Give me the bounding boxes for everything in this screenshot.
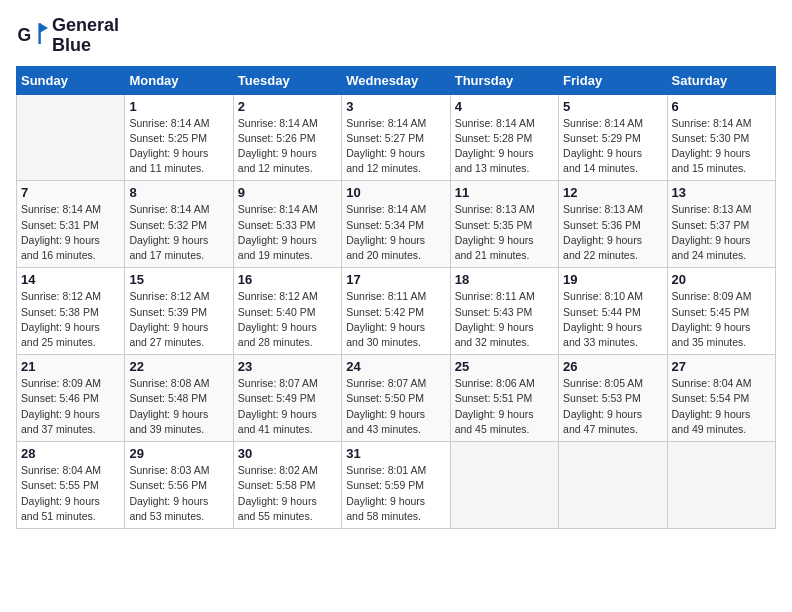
calendar-week-row: 1Sunrise: 8:14 AM Sunset: 5:25 PM Daylig… — [17, 94, 776, 181]
svg-rect-3 — [38, 23, 40, 44]
header: G General Blue — [16, 16, 776, 56]
day-info: Sunrise: 8:06 AM Sunset: 5:51 PM Dayligh… — [455, 376, 554, 437]
day-info: Sunrise: 8:13 AM Sunset: 5:35 PM Dayligh… — [455, 202, 554, 263]
calendar-cell: 29Sunrise: 8:03 AM Sunset: 5:56 PM Dayli… — [125, 442, 233, 529]
calendar-cell: 25Sunrise: 8:06 AM Sunset: 5:51 PM Dayli… — [450, 355, 558, 442]
day-number: 8 — [129, 185, 228, 200]
calendar-cell: 2Sunrise: 8:14 AM Sunset: 5:26 PM Daylig… — [233, 94, 341, 181]
day-number: 15 — [129, 272, 228, 287]
day-info: Sunrise: 8:04 AM Sunset: 5:54 PM Dayligh… — [672, 376, 771, 437]
logo: G General Blue — [16, 16, 119, 56]
calendar-body: 1Sunrise: 8:14 AM Sunset: 5:25 PM Daylig… — [17, 94, 776, 528]
day-info: Sunrise: 8:14 AM Sunset: 5:29 PM Dayligh… — [563, 116, 662, 177]
header-row: SundayMondayTuesdayWednesdayThursdayFrid… — [17, 66, 776, 94]
day-number: 27 — [672, 359, 771, 374]
calendar-cell — [17, 94, 125, 181]
weekday-header: Thursday — [450, 66, 558, 94]
day-number: 13 — [672, 185, 771, 200]
day-number: 1 — [129, 99, 228, 114]
calendar-cell: 11Sunrise: 8:13 AM Sunset: 5:35 PM Dayli… — [450, 181, 558, 268]
day-number: 30 — [238, 446, 337, 461]
day-info: Sunrise: 8:14 AM Sunset: 5:34 PM Dayligh… — [346, 202, 445, 263]
day-info: Sunrise: 8:14 AM Sunset: 5:31 PM Dayligh… — [21, 202, 120, 263]
day-number: 10 — [346, 185, 445, 200]
calendar-cell: 20Sunrise: 8:09 AM Sunset: 5:45 PM Dayli… — [667, 268, 775, 355]
calendar-cell: 30Sunrise: 8:02 AM Sunset: 5:58 PM Dayli… — [233, 442, 341, 529]
day-number: 9 — [238, 185, 337, 200]
calendar-cell — [667, 442, 775, 529]
day-number: 11 — [455, 185, 554, 200]
day-number: 2 — [238, 99, 337, 114]
calendar-cell: 3Sunrise: 8:14 AM Sunset: 5:27 PM Daylig… — [342, 94, 450, 181]
day-info: Sunrise: 8:05 AM Sunset: 5:53 PM Dayligh… — [563, 376, 662, 437]
calendar-cell: 10Sunrise: 8:14 AM Sunset: 5:34 PM Dayli… — [342, 181, 450, 268]
day-info: Sunrise: 8:10 AM Sunset: 5:44 PM Dayligh… — [563, 289, 662, 350]
day-info: Sunrise: 8:14 AM Sunset: 5:30 PM Dayligh… — [672, 116, 771, 177]
day-number: 12 — [563, 185, 662, 200]
calendar-cell: 13Sunrise: 8:13 AM Sunset: 5:37 PM Dayli… — [667, 181, 775, 268]
day-number: 31 — [346, 446, 445, 461]
calendar-cell: 19Sunrise: 8:10 AM Sunset: 5:44 PM Dayli… — [559, 268, 667, 355]
calendar-cell — [559, 442, 667, 529]
weekday-header: Sunday — [17, 66, 125, 94]
day-number: 22 — [129, 359, 228, 374]
day-info: Sunrise: 8:14 AM Sunset: 5:32 PM Dayligh… — [129, 202, 228, 263]
day-number: 29 — [129, 446, 228, 461]
day-info: Sunrise: 8:01 AM Sunset: 5:59 PM Dayligh… — [346, 463, 445, 524]
logo-icon: G — [16, 20, 48, 52]
day-info: Sunrise: 8:07 AM Sunset: 5:49 PM Dayligh… — [238, 376, 337, 437]
day-info: Sunrise: 8:14 AM Sunset: 5:26 PM Dayligh… — [238, 116, 337, 177]
calendar-cell — [450, 442, 558, 529]
calendar-cell: 27Sunrise: 8:04 AM Sunset: 5:54 PM Dayli… — [667, 355, 775, 442]
calendar-cell: 15Sunrise: 8:12 AM Sunset: 5:39 PM Dayli… — [125, 268, 233, 355]
day-number: 18 — [455, 272, 554, 287]
day-number: 24 — [346, 359, 445, 374]
day-number: 7 — [21, 185, 120, 200]
svg-text:G: G — [18, 25, 32, 45]
day-number: 5 — [563, 99, 662, 114]
calendar-cell: 28Sunrise: 8:04 AM Sunset: 5:55 PM Dayli… — [17, 442, 125, 529]
day-info: Sunrise: 8:03 AM Sunset: 5:56 PM Dayligh… — [129, 463, 228, 524]
day-number: 4 — [455, 99, 554, 114]
calendar-cell: 17Sunrise: 8:11 AM Sunset: 5:42 PM Dayli… — [342, 268, 450, 355]
day-info: Sunrise: 8:07 AM Sunset: 5:50 PM Dayligh… — [346, 376, 445, 437]
calendar-cell: 14Sunrise: 8:12 AM Sunset: 5:38 PM Dayli… — [17, 268, 125, 355]
day-info: Sunrise: 8:12 AM Sunset: 5:40 PM Dayligh… — [238, 289, 337, 350]
day-number: 6 — [672, 99, 771, 114]
calendar-cell: 7Sunrise: 8:14 AM Sunset: 5:31 PM Daylig… — [17, 181, 125, 268]
day-number: 3 — [346, 99, 445, 114]
calendar-cell: 24Sunrise: 8:07 AM Sunset: 5:50 PM Dayli… — [342, 355, 450, 442]
calendar-week-row: 14Sunrise: 8:12 AM Sunset: 5:38 PM Dayli… — [17, 268, 776, 355]
weekday-header: Monday — [125, 66, 233, 94]
day-info: Sunrise: 8:14 AM Sunset: 5:27 PM Dayligh… — [346, 116, 445, 177]
day-info: Sunrise: 8:02 AM Sunset: 5:58 PM Dayligh… — [238, 463, 337, 524]
day-number: 19 — [563, 272, 662, 287]
day-info: Sunrise: 8:11 AM Sunset: 5:43 PM Dayligh… — [455, 289, 554, 350]
calendar-cell: 22Sunrise: 8:08 AM Sunset: 5:48 PM Dayli… — [125, 355, 233, 442]
day-info: Sunrise: 8:14 AM Sunset: 5:28 PM Dayligh… — [455, 116, 554, 177]
day-number: 16 — [238, 272, 337, 287]
day-info: Sunrise: 8:13 AM Sunset: 5:36 PM Dayligh… — [563, 202, 662, 263]
calendar-cell: 12Sunrise: 8:13 AM Sunset: 5:36 PM Dayli… — [559, 181, 667, 268]
day-info: Sunrise: 8:04 AM Sunset: 5:55 PM Dayligh… — [21, 463, 120, 524]
day-number: 23 — [238, 359, 337, 374]
weekday-header: Tuesday — [233, 66, 341, 94]
day-info: Sunrise: 8:13 AM Sunset: 5:37 PM Dayligh… — [672, 202, 771, 263]
day-info: Sunrise: 8:12 AM Sunset: 5:39 PM Dayligh… — [129, 289, 228, 350]
calendar-cell: 4Sunrise: 8:14 AM Sunset: 5:28 PM Daylig… — [450, 94, 558, 181]
day-number: 17 — [346, 272, 445, 287]
calendar-cell: 31Sunrise: 8:01 AM Sunset: 5:59 PM Dayli… — [342, 442, 450, 529]
day-info: Sunrise: 8:14 AM Sunset: 5:25 PM Dayligh… — [129, 116, 228, 177]
calendar-cell: 9Sunrise: 8:14 AM Sunset: 5:33 PM Daylig… — [233, 181, 341, 268]
day-info: Sunrise: 8:08 AM Sunset: 5:48 PM Dayligh… — [129, 376, 228, 437]
day-info: Sunrise: 8:11 AM Sunset: 5:42 PM Dayligh… — [346, 289, 445, 350]
calendar-cell: 6Sunrise: 8:14 AM Sunset: 5:30 PM Daylig… — [667, 94, 775, 181]
calendar-cell: 1Sunrise: 8:14 AM Sunset: 5:25 PM Daylig… — [125, 94, 233, 181]
day-info: Sunrise: 8:12 AM Sunset: 5:38 PM Dayligh… — [21, 289, 120, 350]
day-number: 26 — [563, 359, 662, 374]
calendar-week-row: 7Sunrise: 8:14 AM Sunset: 5:31 PM Daylig… — [17, 181, 776, 268]
weekday-header: Saturday — [667, 66, 775, 94]
calendar-table: SundayMondayTuesdayWednesdayThursdayFrid… — [16, 66, 776, 529]
calendar-cell: 8Sunrise: 8:14 AM Sunset: 5:32 PM Daylig… — [125, 181, 233, 268]
calendar-week-row: 21Sunrise: 8:09 AM Sunset: 5:46 PM Dayli… — [17, 355, 776, 442]
